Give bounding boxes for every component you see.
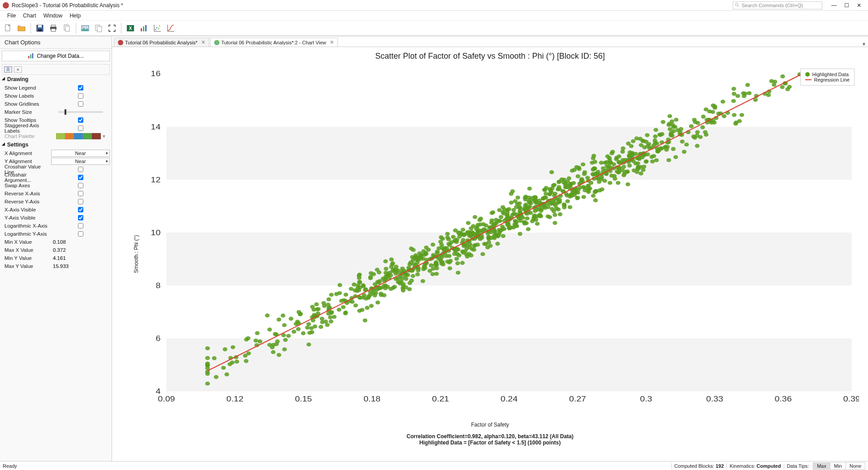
svg-point-963 [617,167,622,171]
cdf-chart-button[interactable] [164,22,177,34]
svg-point-682 [780,85,785,89]
svg-point-745 [642,164,646,168]
show-labels-checkbox[interactable] [78,93,83,99]
alphabetical-view-icon[interactable]: ≡ [14,66,22,73]
swap-axes-checkbox[interactable] [78,183,83,188]
svg-point-927 [496,219,501,223]
svg-point-835 [565,194,569,198]
svg-point-809 [663,145,667,149]
marker-size-slider[interactable] [58,111,103,113]
svg-point-1012 [574,190,578,194]
svg-point-880 [633,152,638,156]
close-tab-icon[interactable]: ✕ [201,39,205,45]
svg-point-903 [621,147,625,151]
svg-point-975 [645,152,650,156]
svg-point-761 [553,221,557,225]
min-y-input[interactable] [51,255,110,261]
svg-point-939 [465,230,470,234]
minimize-button[interactable]: — [828,2,840,9]
show-gridlines-checkbox[interactable] [78,101,83,107]
svg-point-515 [632,168,636,172]
svg-point-992 [532,198,537,202]
menu-file[interactable]: File [4,13,19,19]
x-alignment-combo[interactable]: Near [51,150,110,157]
svg-point-1028 [368,276,373,280]
svg-point-546 [451,235,455,239]
data-tips-min[interactable]: Min [830,462,846,470]
svg-point-444 [552,183,557,187]
new-file-button[interactable] [2,22,14,34]
max-y-input[interactable] [51,263,110,269]
menu-help[interactable]: Help [66,13,84,19]
image-button[interactable] [79,22,91,34]
close-button[interactable]: ✕ [853,2,865,9]
section-drawing[interactable]: Drawing [2,75,110,84]
svg-point-862 [639,143,643,147]
svg-point-801 [698,135,703,139]
max-x-input[interactable] [51,247,110,253]
log-y-checkbox[interactable] [78,231,83,237]
svg-point-516 [769,79,774,83]
chart-canvas[interactable]: Scatter Plot of Factor of Safety vs Smoo… [112,47,868,461]
chart-palette-picker[interactable] [56,133,101,139]
svg-point-358 [307,342,311,346]
reverse-y-checkbox[interactable] [78,199,83,204]
svg-point-848 [461,251,466,255]
data-tips-max[interactable]: Max [813,462,830,470]
reverse-x-checkbox[interactable] [78,191,83,196]
fullscreen-button[interactable] [106,22,118,34]
svg-point-788 [401,285,406,289]
svg-point-110 [501,234,505,238]
svg-point-981 [626,142,630,146]
svg-point-610 [721,99,725,103]
svg-point-653 [488,244,492,248]
tabs-dropdown-icon[interactable]: ▼ [860,42,868,47]
svg-point-910 [337,291,342,295]
y-visible-checkbox[interactable] [78,215,83,220]
svg-point-831 [472,248,476,252]
save-button[interactable] [34,22,46,34]
menu-window[interactable]: Window [40,13,66,19]
row-min-x: Min X Value [2,238,110,246]
crosshair-value-checkbox[interactable] [78,167,83,172]
maximize-button[interactable]: ☐ [840,2,853,9]
crosshair-argument-checkbox[interactable] [78,175,83,180]
categorized-view-icon[interactable]: ☰ [4,66,12,73]
show-tooltips-checkbox[interactable] [78,117,83,123]
svg-point-834 [434,272,439,276]
open-folder-button[interactable] [15,22,28,34]
menu-chart[interactable]: Chart [19,13,39,19]
svg-text:0.33: 0.33 [706,395,723,403]
svg-point-895 [600,187,604,191]
search-commands-input[interactable]: Search Commands (Ctrl+Q) [733,1,822,9]
svg-point-758 [660,132,664,136]
tab-model-label: Tutorial 06 Probabilistic Analysis* [125,40,198,45]
staggered-checkbox[interactable] [78,125,83,131]
bar-chart-button[interactable] [138,22,150,34]
change-plot-data-button[interactable]: Change Plot Data... [2,51,110,61]
svg-point-839 [666,158,671,162]
export-excel-button[interactable]: X [124,22,137,34]
section-settings[interactable]: Settings [2,140,110,149]
svg-point-970 [422,264,427,268]
svg-point-326 [499,215,503,219]
min-x-input[interactable] [51,239,110,245]
close-tab-icon[interactable]: ✕ [330,39,334,45]
svg-point-1034 [479,216,483,220]
property-view-toggle[interactable]: ☰ ≡ [2,64,110,75]
x-visible-checkbox[interactable] [78,207,83,212]
copy-button[interactable] [60,22,73,34]
data-tips-none[interactable]: None [846,462,865,470]
scatter-chart-button[interactable] [151,22,164,34]
y-alignment-combo[interactable]: Near [51,158,110,165]
svg-point-478 [466,221,471,225]
tab-model[interactable]: Tutorial 06 Probabilistic Analysis* ✕ [114,38,209,47]
show-legend-checkbox[interactable] [78,85,83,91]
log-x-checkbox[interactable] [78,223,83,229]
titlebar: RocSlope3 - Tutorial 06 Probabilistic An… [0,0,868,11]
svg-point-953 [578,185,582,190]
copy-pages-button[interactable] [92,22,105,34]
print-button[interactable] [47,22,60,34]
tab-chart-view[interactable]: Tutorial 06 Probabilistic Analysis*:2 - … [210,38,338,47]
svg-point-869 [655,142,659,146]
